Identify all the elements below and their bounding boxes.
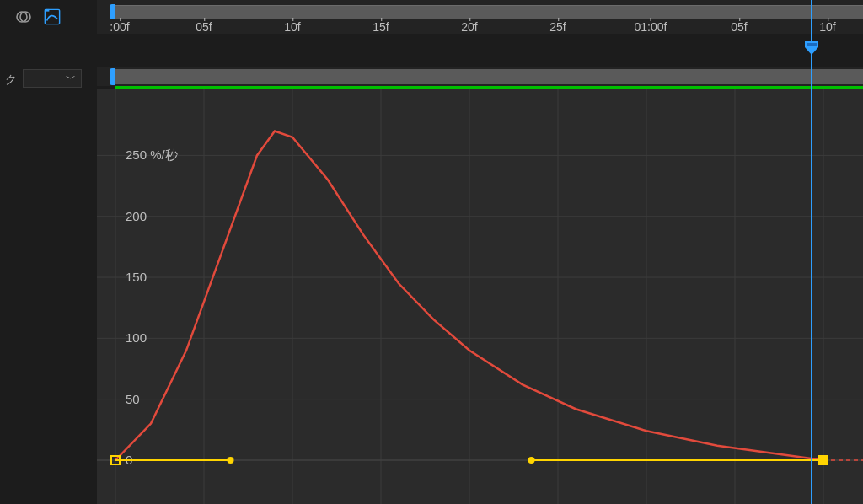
ruler-tick: 20f xyxy=(461,20,477,34)
work-area-bar[interactable] xyxy=(115,69,863,84)
graph-editor-root: ク ﹀ :00f05f10f15f20f25f01:00f05f10f 0501… xyxy=(0,0,863,504)
property-dropdown[interactable]: ﹀ xyxy=(23,69,82,88)
ruler-tick: 05f xyxy=(196,20,212,34)
out-handle-dot[interactable] xyxy=(228,457,234,464)
graph-editor-icon[interactable] xyxy=(44,8,61,25)
y-axis-tick-label: 250 %/秒 xyxy=(126,147,178,162)
cti-playhead-icon[interactable] xyxy=(804,40,819,56)
chevron-down-icon: ﹀ xyxy=(66,73,76,83)
property-row: ク ﹀ xyxy=(0,67,97,93)
work-area-marker-left[interactable] xyxy=(110,68,115,85)
ruler-tick: 05f xyxy=(731,20,747,34)
ruler-tick: 25f xyxy=(549,20,566,34)
ruler-tick: 10f xyxy=(819,20,835,34)
ruler-tick: :00f xyxy=(110,20,129,34)
property-label-truncated: ク xyxy=(5,72,17,88)
work-area[interactable] xyxy=(97,67,863,86)
current-time-indicator[interactable] xyxy=(811,0,812,504)
time-ruler[interactable]: :00f05f10f15f20f25f01:00f05f10f xyxy=(97,0,863,34)
ruler-tick: 15f xyxy=(373,20,389,34)
graph-svg: 050100150200250 %/秒 xyxy=(97,89,863,504)
blend-icon[interactable] xyxy=(15,8,32,25)
ruler-tick: 01:00f xyxy=(635,20,667,34)
in-handle-dot[interactable] xyxy=(528,457,535,464)
y-axis-tick-label: 100 xyxy=(126,330,147,345)
y-axis-tick-label: 50 xyxy=(126,392,140,406)
y-axis-tick-label: 150 xyxy=(126,270,147,284)
ruler-tick: 10f xyxy=(284,20,300,34)
keyframe-end[interactable] xyxy=(819,456,828,464)
y-axis-tick-label: 200 xyxy=(126,209,147,223)
sidebar: ク ﹀ xyxy=(0,0,97,504)
svg-rect-2 xyxy=(45,9,59,24)
svg-rect-3 xyxy=(45,9,49,12)
svg-rect-20 xyxy=(807,43,817,46)
ruler-bar[interactable] xyxy=(115,5,863,19)
work-area-handle-left[interactable] xyxy=(110,4,115,19)
graph-area[interactable]: 050100150200250 %/秒 xyxy=(97,89,863,504)
